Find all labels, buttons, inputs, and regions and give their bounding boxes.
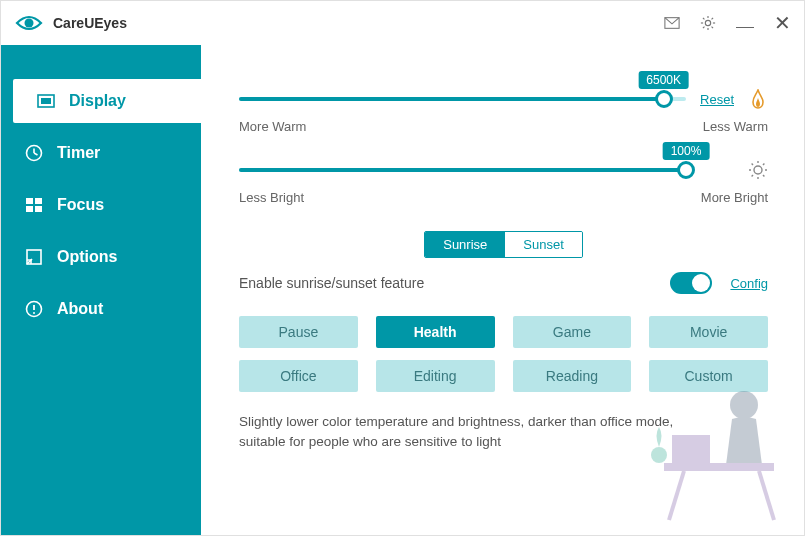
mode-editing[interactable]: Editing <box>376 360 495 392</box>
options-icon <box>25 248 43 266</box>
svg-point-33 <box>730 391 758 419</box>
temperature-labels: More Warm Less Warm <box>239 119 768 134</box>
nav-item-options[interactable]: Options <box>1 235 201 279</box>
titlebar: CareUEyes ✕ <box>1 1 804 45</box>
settings-gear-icon[interactable] <box>700 15 716 31</box>
title-left: CareUEyes <box>15 14 127 32</box>
mode-health[interactable]: Health <box>376 316 495 348</box>
feature-row: Enable sunrise/sunset feature Config <box>239 272 768 294</box>
svg-rect-12 <box>41 98 51 104</box>
mode-reading[interactable]: Reading <box>513 360 632 392</box>
nav-label: Timer <box>57 144 100 162</box>
temperature-thumb[interactable] <box>655 90 673 108</box>
mode-grid: PauseHealthGameMovieOfficeEditingReading… <box>239 316 768 392</box>
nav-item-timer[interactable]: Timer <box>1 131 201 175</box>
nav-label: About <box>57 300 103 318</box>
brightness-slider[interactable]: 100% <box>239 168 686 172</box>
sunrise-sunset-segment: Sunrise Sunset <box>239 231 768 258</box>
svg-line-29 <box>752 164 753 165</box>
feature-toggle[interactable] <box>670 272 712 294</box>
mail-icon[interactable] <box>664 15 680 31</box>
nav-label: Focus <box>57 196 104 214</box>
brightness-thumb[interactable] <box>677 161 695 179</box>
temperature-slider[interactable]: 6500K <box>239 97 686 101</box>
svg-line-31 <box>752 175 753 176</box>
mode-office[interactable]: Office <box>239 360 358 392</box>
svg-line-30 <box>763 175 764 176</box>
app-logo-eye-icon <box>15 14 43 32</box>
svg-line-32 <box>763 164 764 165</box>
toggle-knob <box>692 274 710 292</box>
nav-label: Display <box>69 92 126 110</box>
brightness-fill <box>239 168 686 172</box>
flame-icon <box>748 89 768 109</box>
app-title: CareUEyes <box>53 15 127 31</box>
close-button[interactable]: ✕ <box>774 15 790 31</box>
nav-label: Options <box>57 248 117 266</box>
svg-rect-19 <box>35 206 42 212</box>
bright-left-label: Less Bright <box>239 190 304 205</box>
nav-item-about[interactable]: About <box>1 287 201 331</box>
svg-line-36 <box>759 471 774 520</box>
reset-link[interactable]: Reset <box>700 92 734 107</box>
mode-movie[interactable]: Movie <box>649 316 768 348</box>
svg-point-23 <box>33 312 35 314</box>
temperature-value-badge: 6500K <box>638 71 689 89</box>
body: DisplayTimerFocusOptionsAbout 6500K Rese… <box>1 45 804 535</box>
sun-icon <box>748 160 768 180</box>
nav-item-display[interactable]: Display <box>13 79 201 123</box>
focus-icon <box>25 196 43 214</box>
mode-custom[interactable]: Custom <box>649 360 768 392</box>
about-icon <box>25 300 43 318</box>
svg-point-24 <box>754 166 762 174</box>
minimize-button[interactable] <box>736 27 754 28</box>
brightness-slider-row: 100% Less Bright More Bright <box>239 160 768 205</box>
svg-line-8 <box>712 27 714 29</box>
svg-line-10 <box>712 18 714 20</box>
svg-rect-16 <box>26 198 33 204</box>
brightness-slider-wrap: 100% <box>239 160 768 180</box>
feature-label: Enable sunrise/sunset feature <box>239 275 424 291</box>
temp-left-label: More Warm <box>239 119 306 134</box>
svg-rect-18 <box>26 206 33 212</box>
temperature-slider-row: 6500K Reset More Warm Less Warm <box>239 89 768 134</box>
mode-game[interactable]: Game <box>513 316 632 348</box>
mode-pause[interactable]: Pause <box>239 316 358 348</box>
svg-point-0 <box>25 19 34 28</box>
svg-rect-34 <box>664 463 774 471</box>
timer-icon <box>25 144 43 162</box>
temperature-fill <box>239 97 664 101</box>
config-link[interactable]: Config <box>730 276 768 291</box>
content-pane: 6500K Reset More Warm Less Warm <box>201 45 804 535</box>
bright-right-label: More Bright <box>701 190 768 205</box>
temperature-slider-wrap: 6500K Reset <box>239 89 768 109</box>
svg-line-9 <box>703 27 705 29</box>
app-window: CareUEyes ✕ DisplayTimerFocusOptionsAbou… <box>0 0 805 536</box>
sidebar: DisplayTimerFocusOptionsAbout <box>1 45 201 535</box>
svg-line-35 <box>669 471 684 520</box>
segment-sunset[interactable]: Sunset <box>505 232 581 257</box>
nav-item-focus[interactable]: Focus <box>1 183 201 227</box>
display-icon <box>37 92 55 110</box>
svg-line-15 <box>34 153 38 155</box>
mode-description: Slightly lower color temperature and bri… <box>239 412 719 453</box>
brightness-value-badge: 100% <box>663 142 710 160</box>
segment-control: Sunrise Sunset <box>424 231 583 258</box>
segment-sunrise[interactable]: Sunrise <box>425 232 505 257</box>
svg-rect-17 <box>35 198 42 204</box>
svg-point-2 <box>705 20 710 25</box>
feature-controls: Config <box>670 272 768 294</box>
svg-line-7 <box>703 18 705 20</box>
title-controls: ✕ <box>664 15 790 31</box>
brightness-labels: Less Bright More Bright <box>239 190 768 205</box>
temp-right-label: Less Warm <box>703 119 768 134</box>
